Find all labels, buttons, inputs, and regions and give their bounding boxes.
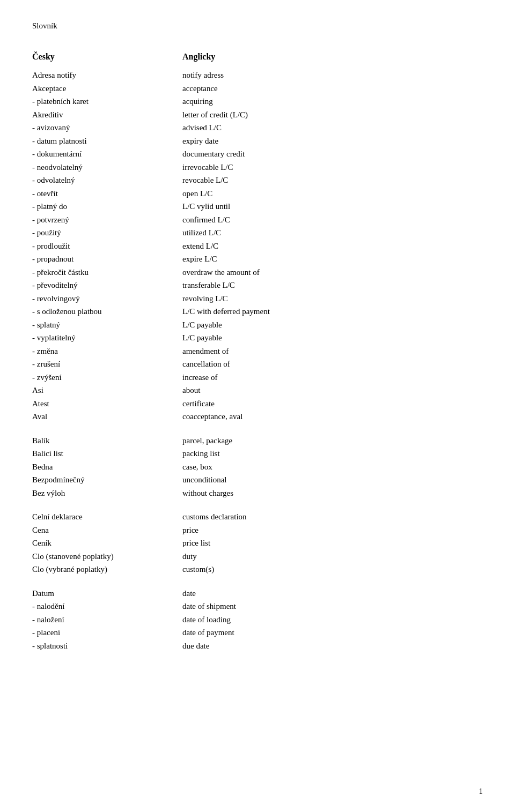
entry-english-text: due date	[182, 640, 483, 652]
dictionary-entry: - překročit částkuoverdraw the amount of	[32, 266, 483, 279]
dictionary-entry: - použitýutilized L/C	[32, 227, 483, 239]
english-column-header: Anglicky	[182, 52, 483, 62]
entry-english-text: advised L/C	[182, 122, 483, 134]
entry-czech-text: - propadnout	[32, 253, 182, 265]
dictionary-entry: - potvrzenýconfirmed L/C	[32, 214, 483, 226]
entry-czech-text: - revolvingový	[32, 293, 182, 305]
dictionary-entry: Cenaprice	[32, 524, 483, 537]
entry-english-text: letter of credit (L/C)	[182, 109, 483, 121]
entry-czech-text: - splatný	[32, 319, 182, 331]
entry-czech-text: - avizovaný	[32, 122, 182, 134]
entry-english-text: case, box	[182, 461, 483, 473]
dictionary-entry: - propadnoutexpire L/C	[32, 253, 483, 265]
entry-czech-text: Aval	[32, 411, 182, 423]
dictionary-entry: Celní deklaracecustoms declaration	[32, 511, 483, 523]
dictionary-entry: Balíkparcel, package	[32, 435, 483, 447]
entry-czech-text: Akreditiv	[32, 109, 182, 121]
entry-english-text: revolving L/C	[182, 293, 483, 305]
entry-czech-text: Balící list	[32, 448, 182, 460]
entry-english-text: coacceptance, aval	[182, 411, 483, 423]
entry-czech-text: - potvrzený	[32, 214, 182, 226]
entry-czech-text: Clo (stanovené poplatky)	[32, 550, 182, 563]
entry-english-text: L/C payable	[182, 319, 483, 331]
dictionary-entry: - prodloužitextend L/C	[32, 240, 483, 252]
entry-english-text: confirmed L/C	[182, 214, 483, 226]
entry-czech-text: - otevřít	[32, 188, 182, 200]
entry-czech-text: Bez výloh	[32, 487, 182, 500]
entry-english-text: acquiring	[182, 95, 483, 108]
entry-czech-text: - platebních karet	[32, 95, 182, 108]
entry-czech-text: - zrušení	[32, 358, 182, 370]
entry-english-text: cancellation of	[182, 358, 483, 370]
dictionary-entry: - neodvolatelnýirrevocable L/C	[32, 161, 483, 174]
entry-english-text: date of payment	[182, 627, 483, 639]
entry-english-text: about	[182, 384, 483, 397]
entry-english-text: price	[182, 524, 483, 537]
entry-english-text: documentary credit	[182, 148, 483, 160]
dictionary-entry: Asiabout	[32, 384, 483, 397]
entry-english-text: packing list	[182, 448, 483, 460]
entry-english-text: extend L/C	[182, 240, 483, 252]
dictionary-entry: Akreditivletter of credit (L/C)	[32, 109, 483, 121]
entry-czech-text: Clo (vybrané poplatky)	[32, 563, 182, 576]
entry-czech-text: Bedna	[32, 461, 182, 473]
dictionary-entry: - s odloženou platbouL/C with deferred p…	[32, 306, 483, 318]
entry-english-text: utilized L/C	[182, 227, 483, 239]
dictionary-entry: - splatnostidue date	[32, 640, 483, 652]
page-title: Slovník	[32, 21, 483, 31]
dictionary-entry: - odvolatelnýrevocable L/C	[32, 174, 483, 187]
entry-czech-text: - placení	[32, 627, 182, 639]
entry-english-text: transferable L/C	[182, 279, 483, 292]
dictionary-entry: - platebních karetacquiring	[32, 95, 483, 108]
entry-english-text: amendment of	[182, 345, 483, 357]
entry-czech-text: Celní deklarace	[32, 511, 182, 523]
entry-english-text: date of loading	[182, 614, 483, 626]
entry-english-text: customs declaration	[182, 511, 483, 523]
dictionary-entry: Bednacase, box	[32, 461, 483, 473]
entry-czech-text: - nalodění	[32, 600, 182, 613]
entry-english-text: price list	[182, 537, 483, 549]
entry-czech-text: Datum	[32, 587, 182, 600]
entry-czech-text: - datum platnosti	[32, 135, 182, 147]
entry-czech-text: - naložení	[32, 614, 182, 626]
entry-english-text: L/C vylid until	[182, 200, 483, 213]
entry-english-text: acceptance	[182, 83, 483, 95]
page-number: 1	[479, 787, 483, 796]
dictionary-entry: Datumdate	[32, 587, 483, 600]
entry-czech-text: - převoditelný	[32, 279, 182, 292]
entry-english-text: irrevocable L/C	[182, 161, 483, 174]
entry-english-text: certificate	[182, 398, 483, 410]
dictionary-entry: - revolvingovýrevolving L/C	[32, 293, 483, 305]
dictionary-entry: - splatnýL/C payable	[32, 319, 483, 331]
entry-english-text: without charges	[182, 487, 483, 500]
entry-english-text: parcel, package	[182, 435, 483, 447]
entry-czech-text: - změna	[32, 345, 182, 357]
entry-czech-text: - odvolatelný	[32, 174, 182, 187]
entry-english-text: expiry date	[182, 135, 483, 147]
czech-column-header: Česky	[32, 52, 182, 62]
dictionary-entry: - otevřítopen L/C	[32, 188, 483, 200]
entry-czech-text: Asi	[32, 384, 182, 397]
dictionary-entry: - datum platnostiexpiry date	[32, 135, 483, 147]
entry-czech-text: - splatnosti	[32, 640, 182, 652]
entry-english-text: overdraw the amount of	[182, 266, 483, 279]
dictionary-entry: - zvýšeníincrease of	[32, 371, 483, 384]
dictionary-entry: - naloděnídate of shipment	[32, 600, 483, 613]
dictionary-entry: - změnaamendment of	[32, 345, 483, 357]
dictionary-entry: Adresa notifynotify adress	[32, 69, 483, 81]
entry-english-text: revocable L/C	[182, 174, 483, 187]
entry-czech-text: Ceník	[32, 537, 182, 549]
entry-english-text: increase of	[182, 371, 483, 384]
dictionary-entry: Ceníkprice list	[32, 537, 483, 549]
dictionary-entry: - zrušenícancellation of	[32, 358, 483, 370]
entry-czech-text: - zvýšení	[32, 371, 182, 384]
dictionary-entry: - avizovanýadvised L/C	[32, 122, 483, 134]
dictionary-entry: Avalcoacceptance, aval	[32, 411, 483, 423]
dictionary-entry: Clo (vybrané poplatky)custom(s)	[32, 563, 483, 576]
dictionary-entry: - vyplatitelnýL/C payable	[32, 332, 483, 344]
entry-english-text: custom(s)	[182, 563, 483, 576]
entry-czech-text: - neodvolatelný	[32, 161, 182, 174]
entry-english-text: date	[182, 587, 483, 600]
entry-czech-text: Bezpodmínečný	[32, 474, 182, 486]
dictionary-entry: Bez výlohwithout charges	[32, 487, 483, 500]
